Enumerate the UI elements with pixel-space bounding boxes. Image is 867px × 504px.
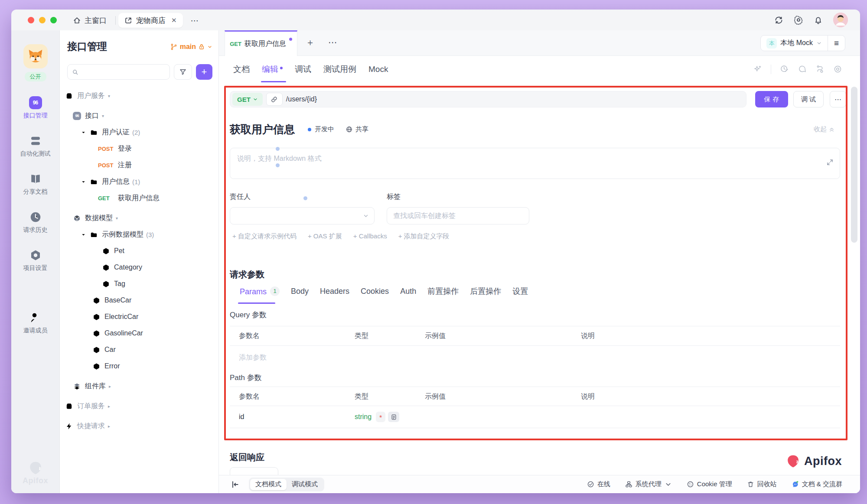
system-proxy-control[interactable]: 系统代理 [625, 480, 672, 488]
tree-endpoint[interactable]: POST 注册 [60, 157, 218, 173]
tab-more-button[interactable]: ⋯ [328, 30, 337, 55]
online-status[interactable]: 在线 [587, 480, 610, 488]
tab-headers[interactable]: Headers [320, 287, 349, 296]
endpoint-tab[interactable]: GET 获取用户信息 [225, 30, 297, 56]
tree-model[interactable]: Category [60, 259, 218, 276]
tree-item-quick-request[interactable]: 快捷请求▸ [60, 418, 218, 434]
tree-item-label: Category [114, 263, 142, 271]
tree-model[interactable]: GasolineCar [60, 325, 218, 341]
share-control[interactable]: 共享 [345, 125, 368, 133]
mock-env-dropdown[interactable]: 本 本地 Mock [761, 38, 828, 49]
tab-body[interactable]: Body [291, 287, 309, 296]
save-button[interactable]: 保存 [755, 91, 788, 107]
tab-post-operations[interactable]: 后置操作 [470, 286, 501, 296]
docs-community[interactable]: 文档 & 交流群 [792, 480, 842, 488]
minimize-window-button[interactable] [39, 17, 46, 23]
search-input[interactable] [81, 68, 165, 76]
debug-mode-button[interactable]: 调试模式 [287, 480, 323, 488]
recycle-bin[interactable]: 回收站 [747, 480, 777, 488]
add-custom-example-link[interactable]: + 自定义请求示例代码 [232, 232, 297, 241]
tab-mock[interactable]: Mock [368, 65, 388, 74]
history-icon[interactable] [780, 65, 789, 74]
sidebar-item-request-history[interactable]: 请求历史 [23, 211, 48, 234]
tab-docs[interactable]: 文档 [233, 64, 250, 75]
method-select[interactable]: GET [232, 93, 263, 106]
tab-cookies[interactable]: Cookies [361, 287, 389, 296]
branch-selector[interactable]: main [170, 43, 212, 51]
tree-item-service[interactable]: 订单服务▸ [60, 398, 218, 414]
expand-icon[interactable] [826, 159, 834, 166]
schema-badge-icon[interactable] [388, 412, 399, 422]
api-management-icon: 96 [29, 96, 42, 109]
locate-icon[interactable] [833, 65, 842, 74]
ai-sparkle-icon[interactable] [753, 65, 762, 74]
owner-select[interactable] [230, 207, 375, 224]
flow-icon[interactable] [815, 65, 825, 74]
tree-folder[interactable]: 示例数据模型 (3) [60, 226, 218, 243]
gear-icon[interactable] [794, 15, 803, 25]
tree-folder[interactable]: 用户信息 (1) [60, 173, 218, 190]
add-param-row[interactable]: 添加参数 [230, 347, 840, 368]
description-input[interactable] [230, 148, 840, 179]
project-avatar[interactable] [23, 44, 48, 68]
tree-model[interactable]: Error [60, 358, 218, 374]
filter-button[interactable] [174, 64, 192, 80]
tree-model[interactable]: Tag [60, 276, 218, 292]
collapse-section-button[interactable]: 收起 [814, 125, 835, 133]
bell-icon[interactable] [814, 16, 823, 25]
sidebar-item-project-settings[interactable]: 项目设置 [23, 249, 48, 272]
path-param-row[interactable]: id string * [230, 406, 840, 428]
tree-folder[interactable]: 用户认证 (2) [60, 124, 218, 140]
more-actions-button[interactable]: ⋯ [830, 91, 846, 107]
search-box[interactable] [67, 64, 170, 80]
tree-item-components[interactable]: 组件库▸ [60, 378, 218, 394]
add-callbacks-link[interactable]: + Callbacks [353, 232, 387, 241]
close-window-button[interactable] [28, 17, 34, 23]
tree-item-models-root[interactable]: 数据模型▾ [60, 210, 218, 226]
base-url-button[interactable] [266, 93, 283, 106]
sidebar-item-invite-members[interactable]: 邀请成员 [23, 311, 48, 335]
comment-icon[interactable] [798, 65, 807, 74]
cookie-manager[interactable]: Cookie 管理 [687, 480, 732, 488]
tab-pre-operations[interactable]: 前置操作 [427, 286, 459, 296]
tags-input[interactable] [387, 207, 529, 224]
sync-icon[interactable] [774, 16, 783, 25]
tab-test-cases[interactable]: 测试用例 [323, 64, 356, 75]
tree-item-service[interactable]: 用户服务▾ [60, 88, 218, 104]
tab-settings[interactable]: 设置 [512, 286, 528, 296]
more-tabs-button[interactable]: ⋯ [191, 16, 200, 26]
tab-debug[interactable]: 调试 [295, 64, 311, 75]
param-type[interactable]: string [355, 413, 372, 421]
debug-button[interactable]: 调试 [793, 91, 824, 107]
zoom-window-button[interactable] [50, 17, 57, 23]
add-custom-field-link[interactable]: + 添加自定义字段 [398, 232, 450, 241]
tab-params[interactable]: Params1 [240, 286, 280, 296]
collapse-sidebar-icon[interactable] [231, 480, 239, 489]
tree-model[interactable]: Pet [60, 243, 218, 259]
tree-model[interactable]: ElectricCar [60, 309, 218, 325]
tree-item-label: Error [104, 362, 120, 370]
tree-model[interactable]: BaseCar [60, 292, 218, 309]
sidebar-item-share-docs[interactable]: 分享文档 [23, 172, 48, 196]
url-path[interactable]: /users/{id} [286, 95, 317, 103]
doc-mode-button[interactable]: 文档模式 [250, 479, 287, 490]
vertical-scrollbar[interactable] [851, 87, 857, 243]
project-window-icon [124, 16, 132, 24]
sidebar-item-automated-testing[interactable]: 自动化测试 [20, 134, 51, 158]
tab-auth[interactable]: Auth [400, 287, 416, 296]
tree-endpoint[interactable]: POST 登录 [60, 140, 218, 157]
menu-icon[interactable]: ≡ [828, 39, 845, 48]
project-tab[interactable]: 宠物商店 ✕ [118, 13, 183, 28]
sidebar-item-api-management[interactable]: 96 接口管理 [23, 96, 48, 120]
status-badge[interactable]: 开发中 [308, 125, 334, 133]
user-avatar[interactable] [833, 13, 848, 27]
home-window-tab[interactable]: 主窗口 [67, 16, 113, 26]
add-button[interactable]: + [196, 64, 212, 80]
tab-edit[interactable]: 编辑 [262, 64, 283, 75]
tree-endpoint-selected[interactable]: GET 获取用户信息 [60, 190, 218, 206]
tree-model[interactable]: Car [60, 341, 218, 358]
new-tab-button[interactable]: ＋ [306, 30, 315, 55]
close-tab-icon[interactable]: ✕ [171, 16, 177, 24]
add-oas-extension-link[interactable]: + OAS 扩展 [308, 232, 342, 241]
tree-item-apis-root[interactable]: 96 接口▾ [60, 107, 218, 124]
